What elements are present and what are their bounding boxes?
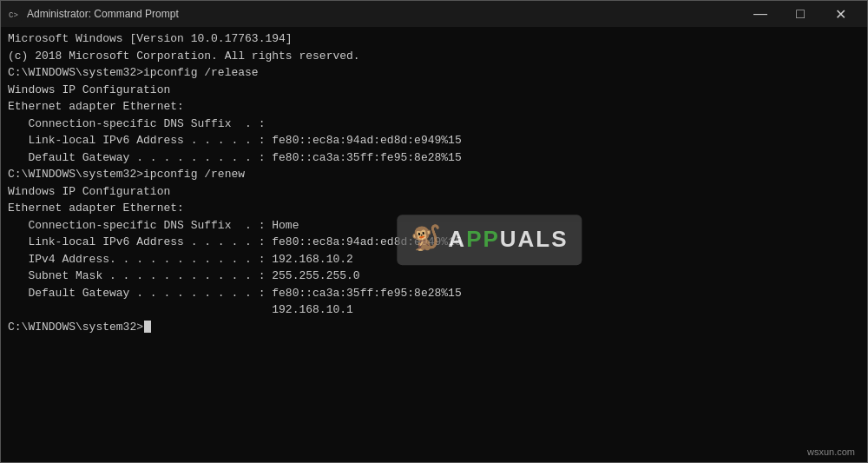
cursor-block	[144, 321, 151, 333]
console-line: Connection-specific DNS Suffix . :	[8, 116, 860, 133]
console-line: IPv4 Address. . . . . . . . . . . : 192.…	[8, 251, 860, 268]
console-line: Subnet Mask . . . . . . . . . . . : 255.…	[8, 268, 860, 285]
svg-text:C>: C>	[9, 11, 18, 20]
console-line: 192.168.10.1	[8, 301, 860, 319]
console-line: Link-local IPv6 Address . . . . . : fe80…	[8, 132, 860, 149]
maximize-button[interactable]: □	[780, 1, 820, 27]
window-controls: — □ ✕	[740, 1, 860, 27]
console-lines: Microsoft Windows [Version 10.0.17763.19…	[8, 30, 860, 335]
console-line: C:\WINDOWS\system32>ipconfig /renew	[8, 166, 860, 183]
cmd-window: C> Administrator: Command Prompt — □ ✕ 🐒…	[0, 0, 868, 463]
minimize-button[interactable]: —	[740, 1, 780, 27]
wsxun-watermark: wsxun.com	[807, 445, 855, 460]
console-output[interactable]: 🐒 APPUALS Microsoft Windows [Version 10.…	[1, 27, 867, 462]
console-line: Ethernet adapter Ethernet:	[8, 98, 860, 116]
console-line: C:\WINDOWS\system32>	[8, 319, 860, 336]
window-title: Administrator: Command Prompt	[27, 8, 740, 20]
window-icon: C>	[8, 7, 22, 21]
console-line: Default Gateway . . . . . . . . . : fe80…	[8, 149, 860, 167]
console-line: Connection-specific DNS Suffix . : Home	[8, 217, 860, 235]
close-button[interactable]: ✕	[820, 1, 860, 27]
title-bar: C> Administrator: Command Prompt — □ ✕	[1, 1, 867, 27]
console-line: Microsoft Windows [Version 10.0.17763.19…	[8, 30, 860, 48]
console-line: Ethernet adapter Ethernet:	[8, 200, 860, 217]
console-line: C:\WINDOWS\system32>ipconfig /release	[8, 64, 860, 82]
console-line: Windows IP Configuration	[8, 183, 860, 201]
console-line: Default Gateway . . . . . . . . . : fe80…	[8, 285, 860, 302]
console-line: Link-local IPv6 Address . . . . . : fe80…	[8, 234, 860, 251]
console-line: (c) 2018 Microsoft Corporation. All righ…	[8, 48, 860, 65]
console-line: Windows IP Configuration	[8, 82, 860, 99]
